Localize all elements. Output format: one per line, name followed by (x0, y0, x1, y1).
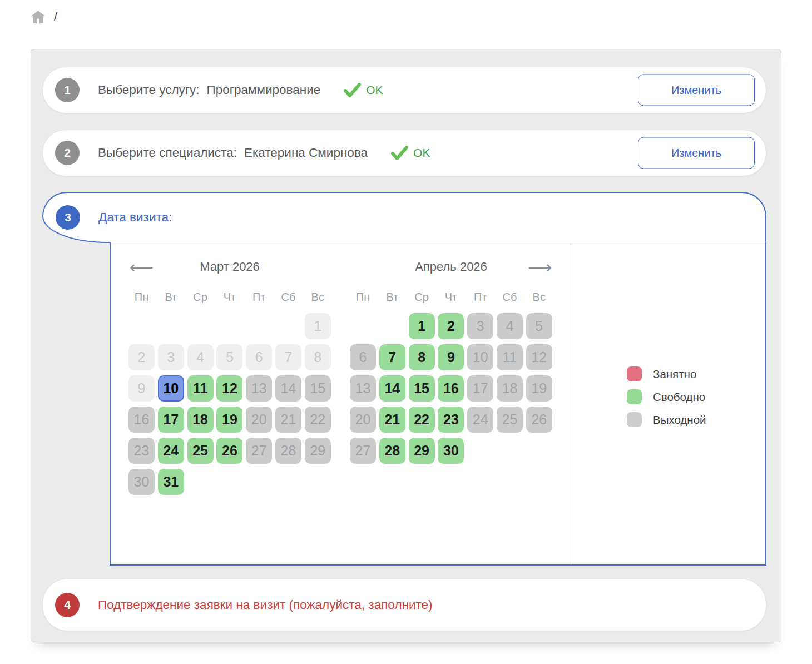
legend-swatch-dayoff (627, 412, 642, 427)
calendar-day-empty (128, 313, 155, 339)
calendar-day: 20 (246, 407, 272, 433)
calendar-day[interactable]: 19 (216, 407, 242, 433)
step-card-service: 1 Выберите услугу: Программирование OK И… (42, 67, 766, 113)
home-icon[interactable] (31, 11, 45, 23)
legend-section: ЗанятноСвободноВыходной (571, 243, 765, 564)
weekday-label: Сб (497, 291, 523, 305)
step-value: Программирование (207, 83, 321, 97)
calendar-day[interactable]: 30 (438, 438, 464, 464)
month-title: Март 2026 (128, 257, 331, 276)
calendar-day: 18 (497, 375, 523, 402)
calendar-day: 25 (497, 407, 523, 433)
calendar-day[interactable]: 21 (379, 407, 405, 433)
status-ok-label: OK (366, 83, 383, 97)
calendar-day[interactable]: 29 (409, 438, 435, 464)
step-label: Дата визита: (98, 210, 172, 225)
calendar-day[interactable]: 14 (379, 375, 405, 402)
weekday-label: Ср (409, 291, 435, 305)
calendar-day: 16 (128, 407, 155, 433)
calendar-day[interactable]: 7 (379, 344, 405, 370)
calendar-day[interactable]: 8 (409, 344, 435, 370)
step-value: Екатерина Смирнова (244, 146, 368, 160)
calendar-day: 10 (467, 344, 493, 370)
calendar-day: 19 (526, 375, 552, 402)
calendar-day[interactable]: 15 (409, 375, 435, 402)
calendar-day[interactable]: 18 (187, 407, 214, 433)
weekday-label: Пн (350, 291, 376, 305)
calendar-day: 28 (275, 438, 301, 464)
legend-swatch-busy (627, 366, 642, 381)
breadcrumb-separator: / (54, 10, 57, 23)
calendar-day[interactable]: 2 (438, 313, 464, 339)
weekday-label: Чт (438, 291, 464, 305)
calendar-day[interactable]: 25 (187, 438, 214, 464)
calendar-day[interactable]: 17 (158, 407, 184, 433)
calendar-day: 14 (275, 375, 301, 402)
legend-label: Занятно (653, 368, 696, 381)
calendar-day: 8 (305, 344, 331, 370)
legend-label: Выходной (653, 413, 706, 427)
calendar-day[interactable]: 16 (438, 375, 464, 402)
calendar-panel: ⟵ ⟶ Март 2026ПнВтСрЧтПтСбВс1234567891011… (110, 242, 766, 566)
calendar-day-empty (275, 313, 301, 339)
calendar-day[interactable]: 28 (379, 438, 405, 464)
weekday-label: Пт (467, 291, 493, 305)
weekday-label: Вт (158, 291, 184, 305)
weekday-label: Сб (275, 291, 301, 305)
legend-item: Занятно (627, 366, 706, 381)
calendar-day[interactable]: 24 (158, 438, 184, 464)
calendar-section: ⟵ ⟶ Март 2026ПнВтСрЧтПтСбВс1234567891011… (111, 243, 571, 564)
calendar-day: 23 (128, 438, 155, 464)
calendar-day: 29 (305, 438, 331, 464)
calendar-day: 27 (246, 438, 272, 464)
calendar-day: 5 (216, 344, 242, 370)
calendar-day: 24 (467, 407, 493, 433)
step-label: Выберите услугу: (98, 83, 200, 97)
calendar-day[interactable]: 11 (187, 375, 214, 402)
weekday-label: Вс (526, 291, 552, 305)
calendar-day: 6 (246, 344, 272, 370)
calendar-day: 13 (350, 375, 376, 402)
calendar-day[interactable]: 12 (216, 375, 242, 402)
weekday-label: Ср (187, 291, 214, 305)
calendar-day[interactable]: 31 (158, 469, 184, 495)
calendar-day[interactable]: 26 (216, 438, 242, 464)
edit-service-button[interactable]: Изменить (638, 75, 755, 106)
breadcrumb: / (31, 10, 57, 23)
weekday-label: Чт (216, 291, 242, 305)
step-label: Подтверждение заявки на визит (пожалуйст… (98, 598, 433, 612)
calendar-day[interactable]: 9 (438, 344, 464, 370)
calendar-day: 11 (497, 344, 523, 370)
calendar-day: 13 (246, 375, 272, 402)
weekday-label: Вт (379, 291, 405, 305)
edit-specialist-button[interactable]: Изменить (638, 137, 755, 169)
calendar-day-empty (158, 313, 184, 339)
calendar-month: Март 2026ПнВтСрЧтПтСбВс12345678910111213… (128, 257, 331, 495)
status-ok-label: OK (413, 146, 430, 160)
step-3-header: 3 Дата визита: (42, 192, 766, 243)
calendar-day: 26 (526, 407, 552, 433)
calendar-day[interactable]: 23 (438, 407, 464, 433)
check-icon (391, 146, 408, 161)
calendar-day: 20 (350, 407, 376, 433)
legend-label: Свободно (653, 390, 705, 404)
calendar-day: 15 (305, 375, 331, 402)
calendar-day[interactable]: 22 (409, 407, 435, 433)
calendar-day-empty (379, 313, 405, 339)
step-number-badge: 3 (56, 205, 80, 230)
calendar-day: 21 (275, 407, 301, 433)
calendar-day: 4 (187, 344, 214, 370)
calendar-day-empty (216, 313, 242, 339)
calendar-day: 3 (467, 313, 493, 339)
step-card-visit-date: 3 Дата визита: ⟵ ⟶ Март 2026ПнВтСрЧтПтСб… (42, 192, 766, 566)
calendar-day[interactable]: 1 (409, 313, 435, 339)
legend-item: Свободно (627, 389, 706, 404)
weekday-label: Пт (246, 291, 272, 305)
calendar-day: 27 (350, 438, 376, 464)
step-label: Выберите специалиста: (98, 146, 237, 160)
weekday-label: Вс (305, 291, 331, 305)
calendar-day: 7 (275, 344, 301, 370)
calendar-day[interactable]: 10 (158, 375, 184, 402)
calendar-day: 17 (467, 375, 493, 402)
month-title: Апрель 2026 (350, 257, 552, 276)
